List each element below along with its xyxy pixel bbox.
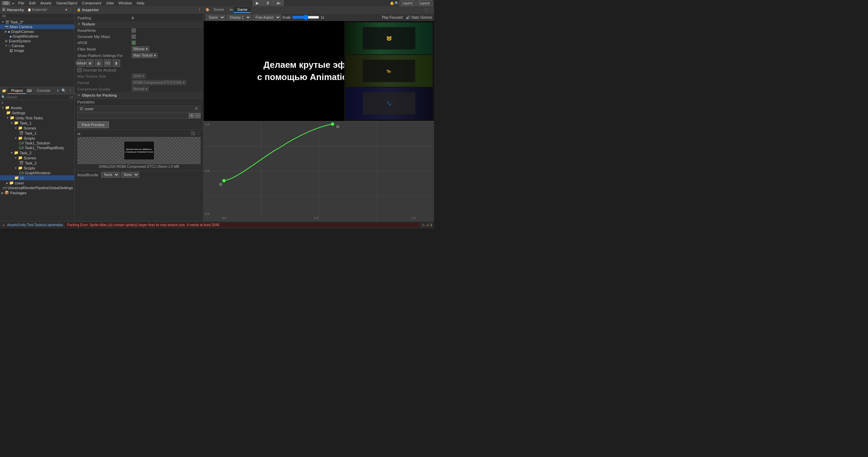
aspect-select[interactable]: Free Aspect bbox=[252, 15, 281, 20]
game-panel-icon: 🎮 bbox=[229, 8, 233, 12]
platform-select[interactable]: Main Texture ▾ bbox=[132, 53, 157, 58]
project-item-task2[interactable]: ▼ 📁 Task_2 bbox=[0, 150, 74, 155]
project-item-cover[interactable]: ▶ 📁 cover bbox=[0, 180, 74, 185]
task1-scene-label: Task_1 bbox=[25, 131, 37, 135]
scripts1-expand: ▼ bbox=[14, 137, 17, 140]
project-item-task1-scene[interactable]: 🎬 Task_1 bbox=[0, 131, 74, 136]
packable-item-cover[interactable]: 🖼 cover ⚙ bbox=[77, 105, 201, 112]
project-item-scripts1[interactable]: ▼ 📁 Scripts bbox=[0, 136, 74, 141]
tab-game[interactable]: Game bbox=[234, 7, 251, 13]
hierarchy-menu-button[interactable]: ⋮ bbox=[69, 8, 72, 12]
stats-btn[interactable]: Stats bbox=[411, 16, 419, 19]
project-item-task1[interactable]: ▼ 📁 Task_1 bbox=[0, 120, 74, 125]
hierarchy-add-button[interactable]: + bbox=[65, 7, 68, 12]
menu-assets[interactable]: Assets bbox=[38, 1, 54, 5]
preview-maximize-icon[interactable]: ⬛ bbox=[191, 131, 195, 136]
layers-button[interactable]: Layers bbox=[399, 0, 416, 6]
project-item-urp[interactable]: 🗃 UniversalRenderPipelineGlobalSettings bbox=[0, 185, 74, 190]
menu-jobs[interactable]: Jobs bbox=[104, 1, 116, 5]
project-item-graphrenderer[interactable]: C# GraphRenderer bbox=[0, 171, 74, 175]
project-item-scenes1[interactable]: ▼ 📁 Scenes bbox=[0, 125, 74, 131]
project-item-scenes2[interactable]: ▼ 📁 Scenes bbox=[0, 155, 74, 160]
assets-root[interactable]: ▼ 📁 Assets bbox=[0, 105, 74, 110]
step-button[interactable]: ⏭ bbox=[273, 0, 284, 6]
gd-button[interactable]: GD bbox=[1, 1, 11, 5]
inspector-menu[interactable]: ⋮ bbox=[198, 8, 201, 12]
packables-remove-btn[interactable]: − bbox=[195, 113, 201, 118]
hierarchy-item-graphrenderer[interactable]: ■ GraphRenderer bbox=[0, 34, 74, 39]
scene-maximize-icon[interactable]: ⬛ bbox=[424, 8, 428, 12]
format-select[interactable]: RGBA Compressed ETC2 8 bits ▾ bbox=[132, 80, 186, 85]
project-item-settings[interactable]: 📁 Settings bbox=[0, 110, 74, 115]
packables-add-btn[interactable]: + bbox=[189, 113, 194, 118]
project-item-task1-throw[interactable]: C# Task1_ThrowRigidBody bbox=[0, 145, 74, 150]
game-mode-select[interactable]: Game bbox=[206, 15, 225, 20]
os-plat-btn[interactable]: OS bbox=[104, 59, 111, 67]
menu-component[interactable]: Component bbox=[80, 1, 103, 5]
packing-expand-arrow: ▼ bbox=[77, 94, 80, 97]
menu-window[interactable]: Window bbox=[117, 1, 134, 5]
packable-settings-btn[interactable]: ⚙ bbox=[195, 106, 198, 111]
default-plat-btn[interactable]: Default bbox=[77, 59, 85, 67]
filtermode-select[interactable]: Bilinear ▾ bbox=[132, 46, 149, 52]
project-item-scripts2[interactable]: ▼ 📁 Scripts bbox=[0, 165, 74, 171]
menu-gameobject[interactable]: GameObject bbox=[54, 1, 79, 5]
mipmap-checkbox[interactable] bbox=[132, 35, 136, 39]
hierarchy-item-canvas[interactable]: ▼ □ Canvas bbox=[0, 43, 74, 48]
assetbundle-select-2[interactable]: None bbox=[121, 172, 139, 178]
speaker-icon[interactable]: 🔊 bbox=[406, 16, 410, 19]
tab-scene[interactable]: Scene bbox=[210, 7, 227, 13]
scale-slider[interactable] bbox=[292, 15, 319, 20]
layout-button[interactable]: Layout bbox=[416, 0, 433, 6]
pause-button[interactable]: ⏸ bbox=[263, 0, 273, 6]
hierarchy-item-maincamera[interactable]: 📷 Main Camera bbox=[0, 24, 74, 29]
play-focused-label[interactable]: Play Focused bbox=[382, 16, 403, 19]
project-item-packages[interactable]: ▶ 📦 Packages bbox=[0, 190, 74, 195]
compressor-select[interactable]: Normal ▾ bbox=[132, 86, 149, 92]
plus-icon[interactable]: + bbox=[57, 88, 59, 93]
readwrite-label: Read/Write bbox=[77, 28, 132, 33]
filtermode-row: Filter Mode Bilinear ▾ bbox=[75, 46, 203, 52]
scripts1-icon: 📁 bbox=[18, 136, 23, 140]
image-icon: 🖼 bbox=[10, 49, 13, 53]
max-texture-select[interactable]: 2048 ▾ bbox=[132, 74, 146, 79]
project-item-ui[interactable]: 📁 Ui bbox=[0, 175, 74, 180]
joystick-plat-btn[interactable]: 🕹 bbox=[95, 59, 102, 67]
readwrite-checkbox[interactable] bbox=[132, 28, 136, 33]
format-label: Format bbox=[77, 81, 132, 85]
settings-folder-icon: 📁 bbox=[6, 111, 11, 115]
hierarchy-item-graphcanvas[interactable]: ▶ ■ GraphCanvas bbox=[0, 29, 74, 34]
platform-dropdown-icon: ▾ bbox=[154, 54, 156, 57]
more-options-icon[interactable]: ⋮ bbox=[69, 88, 72, 93]
menu-help[interactable]: Help bbox=[135, 1, 147, 5]
project-add-btn-row[interactable]: + bbox=[0, 101, 74, 105]
screen-plat-btn[interactable]: 🖥 bbox=[86, 59, 94, 67]
srgb-checkbox[interactable]: ✓ bbox=[132, 41, 136, 45]
display-select[interactable]: Display 1 bbox=[227, 15, 251, 20]
pack-preview-button[interactable]: Pack Preview bbox=[77, 121, 109, 128]
project-item-task1-solution[interactable]: C# Task1_Solution bbox=[0, 141, 74, 145]
scene-menu-icon[interactable]: ⋮ bbox=[429, 8, 432, 12]
project-item-unity-test-tasks[interactable]: ▼ 📁 Unity-Test-Tasks bbox=[0, 115, 74, 120]
hierarchy-item-image[interactable]: 🖼 Image bbox=[0, 48, 74, 53]
override-checkbox[interactable] bbox=[77, 68, 81, 72]
project-settings-tab[interactable]: 📋 Inspector bbox=[27, 8, 48, 12]
project-search-input[interactable] bbox=[6, 95, 70, 99]
project-item-task2-scene[interactable]: 🎬 Task_2 bbox=[0, 160, 74, 165]
tab-console[interactable]: Console bbox=[33, 88, 54, 94]
trash-plat-btn[interactable]: 🗑 bbox=[113, 59, 120, 67]
tab-project[interactable]: Project bbox=[8, 88, 26, 94]
gizmos-btn[interactable]: Gizmos bbox=[420, 16, 432, 19]
menu-file[interactable]: File bbox=[16, 1, 26, 5]
menu-edit[interactable]: Edit bbox=[27, 1, 38, 5]
settings-label: Settings bbox=[12, 111, 25, 115]
hierarchy-item-eventsystem[interactable]: ⚙ EventSystem bbox=[0, 39, 74, 43]
curve-label-y-0: 0.0 bbox=[205, 212, 209, 216]
hierarchy-item-task2[interactable]: ▼ 🎬 Task_2* bbox=[0, 20, 74, 24]
preview-menu-icon[interactable]: ⋮ bbox=[197, 131, 201, 136]
search-icon-proj[interactable]: 🔍 bbox=[61, 88, 66, 93]
assetbundle-select-1[interactable]: None bbox=[101, 172, 119, 178]
utt-expand: ▼ bbox=[6, 116, 9, 120]
all-filter-label[interactable]: All bbox=[2, 14, 6, 18]
play-button[interactable]: ▶ bbox=[253, 0, 262, 6]
